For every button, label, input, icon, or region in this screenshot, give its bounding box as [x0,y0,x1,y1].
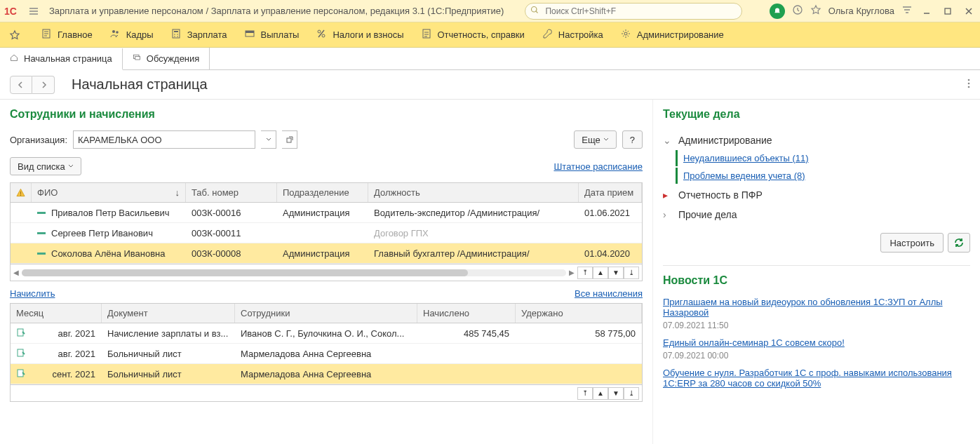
svg-point-11 [174,36,175,37]
nav-back-button[interactable] [10,76,32,94]
scrollbar-thumb[interactable] [22,269,468,276]
task-other[interactable]: › Прочие дела [663,205,970,224]
svg-point-18 [624,32,627,35]
nav-last-icon[interactable]: ⤓ [624,387,639,400]
org-combo[interactable]: КАРАМЕЛЬКА ООО [73,130,255,149]
nav-up-icon[interactable]: ▲ [593,387,608,400]
svg-rect-3 [945,8,951,14]
history-icon[interactable] [792,4,803,18]
page-title: Начальная страница [72,76,208,93]
svg-point-9 [174,34,175,35]
menu-vyplaty[interactable]: Выплаты [244,28,300,41]
view-list-button[interactable]: Вид списка [10,157,81,175]
table-row[interactable]: сент. 2021 Больничный лист Мармеладова А… [11,364,642,384]
user-name[interactable]: Ольга Круглова [828,6,894,16]
close-button[interactable] [962,4,976,18]
task-sub-undeleted[interactable]: Неудалившиеся объекты (11) [676,150,970,166]
svg-text:!: ! [20,189,21,196]
svg-rect-7 [173,29,180,38]
col-pos[interactable]: Должность [368,183,579,202]
menu-main[interactable]: Главное [41,28,93,41]
svg-point-1 [532,6,537,12]
col-warning[interactable]: ! [11,183,32,202]
task-pfr[interactable]: ▸ Отчетность в ПФР [663,185,970,205]
tab-discussions[interactable]: Обсуждения [123,48,210,69]
people-icon [109,28,121,41]
configure-button[interactable]: Настроить [880,233,944,253]
scrollbar-track[interactable] [22,269,566,276]
filter-icon[interactable] [901,4,913,18]
more-button[interactable]: Еще [574,130,616,149]
nav-up-icon[interactable]: ▲ [593,267,608,279]
page-icon [41,28,52,41]
accruals-table: Месяц Документ Сотрудники Начислено Удер… [10,303,643,402]
svg-point-16 [322,34,325,37]
col-tab[interactable]: Таб. номер [186,183,277,202]
nav-first-icon[interactable]: ⤒ [577,387,593,400]
svg-point-15 [318,30,321,33]
task-sub-problems[interactable]: Проблемы ведения учета (8) [676,168,970,184]
menu-kadry[interactable]: Кадры [109,28,154,41]
menu-otchetnost[interactable]: Отчетность, справки [421,28,525,41]
help-button[interactable]: ? [622,130,643,149]
news-date: 07.09.2021 11:50 [663,321,970,330]
svg-rect-8 [174,31,178,32]
col-dept[interactable]: Подразделение [277,183,368,202]
doc-icon [16,348,26,360]
search-input[interactable] [525,3,742,20]
table-row[interactable]: Привалов Петр Васильевич 00ЗК-00016 Адми… [11,203,642,223]
employees-table: ! ФИО↓ Таб. номер Подразделение Должност… [10,182,643,281]
table-row[interactable]: авг. 2021 Больничный лист Мармеладова Ан… [11,344,642,364]
favorite-icon[interactable] [810,4,821,18]
news-date: 07.09.2021 00:00 [663,351,970,361]
menu-nastroika[interactable]: Настройка [542,28,603,41]
page-header: Начальная страница [0,70,980,100]
nav-down-icon[interactable]: ▼ [608,267,624,279]
app-title: Зарплата и управление персоналом / Зарпл… [49,6,504,16]
nav-last-icon[interactable]: ⤓ [624,267,639,279]
col-month[interactable]: Месяц [11,304,102,323]
col-withheld[interactable]: Удержано [516,304,642,323]
nav-down-icon[interactable]: ▼ [608,387,624,400]
table-row[interactable]: авг. 2021 Начисление зарплаты и вз... Ив… [11,323,642,344]
scroll-left-icon[interactable]: ◀ [13,269,19,276]
accrue-link[interactable]: Начислить [10,288,55,299]
status-dash-icon [37,212,46,214]
menu-admin[interactable]: Администрирование [620,28,724,41]
svg-point-21 [968,79,970,81]
titlebar: 1С Зарплата и управление персоналом / За… [0,0,980,22]
tab-home[interactable]: Начальная страница [0,48,123,70]
org-open-button[interactable] [282,130,297,149]
chat-icon [133,53,141,64]
nav-first-icon[interactable]: ⤒ [577,267,593,279]
refresh-button[interactable] [948,233,970,253]
news-title: Новости 1С [663,274,970,287]
menu-nalogi[interactable]: Налоги и взносы [316,28,403,41]
status-dash-icon [37,253,46,255]
news-item[interactable]: Обучение с нуля. Разработчик 1С с проф. … [663,368,970,389]
task-admin[interactable]: ⌄ Администрирование [663,130,970,150]
col-date[interactable]: Дата прием [579,183,642,202]
app-logo-icon: 1С [4,4,24,18]
col-accrued[interactable]: Начислено [417,304,516,323]
col-fio[interactable]: ФИО↓ [32,183,186,202]
notifications-icon[interactable] [770,4,785,19]
maximize-button[interactable] [941,4,955,18]
nav-forward-button[interactable] [32,76,55,94]
menu-zarplata[interactable]: Зарплата [170,28,227,41]
scroll-right-icon[interactable]: ▶ [569,269,575,276]
col-doc[interactable]: Документ [102,304,235,323]
minimize-button[interactable] [920,4,934,18]
hamburger-icon[interactable] [25,3,42,20]
employees-section-title: Сотрудники и начисления [10,108,643,121]
table-row[interactable]: Соколова Алёна Ивановна 00ЗК-00008 Админ… [11,243,642,264]
org-dropdown-button[interactable] [261,130,276,149]
col-emp[interactable]: Сотрудники [235,304,417,323]
news-item[interactable]: Единый онлайн-семинар 1С совсем скоро! [663,337,970,348]
page-more-icon[interactable] [967,78,970,91]
news-item[interactable]: Приглашаем на новый видеоурок по обновле… [663,297,970,318]
staffing-link[interactable]: Штатное расписание [553,161,643,172]
table-row[interactable]: Сергеев Петр Иванович 00ЗК-00011 Договор… [11,223,642,243]
all-accruals-link[interactable]: Все начисления [575,288,643,299]
menu-star-icon[interactable] [6,29,24,41]
